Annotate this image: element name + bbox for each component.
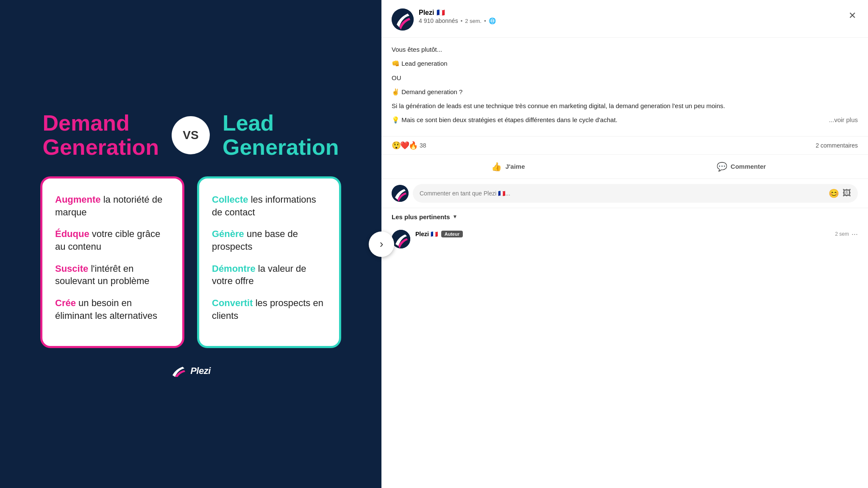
commenter-avatar-logo bbox=[392, 185, 409, 202]
comment-action-icon: 💬 bbox=[717, 162, 727, 172]
lead-generation-title: Lead Generation bbox=[223, 111, 339, 159]
author-badge: Auteur bbox=[441, 231, 463, 237]
plezi-logo-bottom: Plezi bbox=[171, 365, 211, 377]
reaction-emojis: 😲 ❤️ 🔥 bbox=[392, 141, 417, 150]
sort-label: Les plus pertinents bbox=[392, 213, 450, 220]
plezi-wing-icon bbox=[171, 365, 186, 377]
comment-options-button[interactable]: ··· bbox=[851, 230, 858, 239]
close-button[interactable]: ✕ bbox=[847, 8, 858, 23]
vs-badge: VS bbox=[172, 116, 210, 154]
demand-item-4: Crée un besoin en éliminant les alternat… bbox=[55, 297, 170, 322]
demand-card: Augmente la notoriété de marque Éduque v… bbox=[40, 176, 184, 349]
comparison-cards: Augmente la notoriété de marque Éduque v… bbox=[17, 176, 364, 349]
post-meta: 4 910 abonnés • 2 sem. • 🌐 bbox=[419, 17, 842, 24]
reaction-emoji-3: 🔥 bbox=[409, 141, 418, 150]
post-header-info: Plezi 🇫🇷 4 910 abonnés • 2 sem. • 🌐 bbox=[419, 8, 842, 24]
comment-button[interactable]: 💬 Commenter bbox=[625, 157, 858, 176]
image-upload-button[interactable]: 🖼 bbox=[843, 188, 851, 198]
commenter-avatar bbox=[392, 185, 409, 202]
post-content: Vous êtes plutôt... 👊 Lead generation OU… bbox=[381, 38, 868, 136]
sort-bar[interactable]: Les plus pertinents ▼ bbox=[381, 208, 868, 226]
emoji-button[interactable]: 😊 bbox=[829, 188, 839, 198]
post-detail-panel: Plezi 🇫🇷 4 910 abonnés • 2 sem. • 🌐 ✕ Vo… bbox=[381, 0, 868, 488]
reactions-bar: 😲 ❤️ 🔥 38 2 commentaires bbox=[381, 136, 868, 155]
globe-icon: 🌐 bbox=[489, 17, 496, 24]
comment-avatar-logo bbox=[392, 230, 410, 248]
demand-item-3: Suscite l'intérêt en soulevant un problè… bbox=[55, 262, 170, 287]
author-name: Plezi 🇫🇷 bbox=[419, 8, 842, 17]
avatar-plezi-logo bbox=[392, 8, 414, 31]
lead-item-3: Démontre la valeur de votre offre bbox=[212, 262, 326, 287]
action-buttons: 👍 J'aime 💬 Commenter bbox=[381, 155, 868, 179]
like-icon: 👍 bbox=[491, 162, 502, 172]
like-button[interactable]: 👍 J'aime bbox=[392, 157, 625, 176]
post-text: Vous êtes plutôt... 👊 Lead generation OU… bbox=[392, 45, 858, 125]
comment-input-wrapper: 😊 🖼 bbox=[413, 184, 858, 203]
lead-item-1: Collecte les informations de contact bbox=[212, 193, 326, 218]
titles-section: Demand Generation VS Lead Generation bbox=[17, 111, 364, 159]
comment-author-avatar bbox=[392, 230, 410, 248]
sort-arrow-icon: ▼ bbox=[453, 214, 458, 220]
comments-section: Plezi 🇫🇷 Auteur 2 sem ··· bbox=[381, 226, 868, 259]
comment-body: Plezi 🇫🇷 Auteur 2 sem ··· bbox=[415, 230, 858, 248]
plezi-text-logo: Plezi bbox=[190, 365, 211, 376]
demand-item-2: Éduque votre cible grâce au contenu bbox=[55, 228, 170, 253]
author-avatar bbox=[392, 8, 414, 31]
post-header: Plezi 🇫🇷 4 910 abonnés • 2 sem. • 🌐 ✕ bbox=[381, 0, 868, 38]
comments-count[interactable]: 2 commentaires bbox=[815, 142, 858, 149]
reactions-count: 38 bbox=[420, 142, 426, 149]
comment-time: 2 sem ··· bbox=[835, 230, 858, 239]
comment-author-name: Plezi 🇫🇷 bbox=[415, 231, 438, 237]
comment-input[interactable] bbox=[420, 190, 825, 197]
comment-item: Plezi 🇫🇷 Auteur 2 sem ··· bbox=[392, 230, 858, 248]
lead-item-4: Convertit les prospects en clients bbox=[212, 297, 326, 322]
comment-author-row: Plezi 🇫🇷 Auteur 2 sem ··· bbox=[415, 230, 858, 239]
reactions-left: 😲 ❤️ 🔥 38 bbox=[392, 141, 426, 150]
see-more-link[interactable]: ...voir plus bbox=[829, 115, 858, 125]
reaction-emoji-1: 😲 bbox=[392, 141, 401, 150]
demand-item-1: Augmente la notoriété de marque bbox=[55, 193, 170, 218]
next-slide-button[interactable]: › bbox=[369, 231, 394, 257]
social-image-panel: Demand Generation VS Lead Generation Aug… bbox=[0, 0, 381, 488]
reaction-emoji-2: ❤️ bbox=[400, 141, 409, 150]
comment-input-area: 😊 🖼 bbox=[381, 179, 868, 208]
lead-card: Collecte les informations de contact Gén… bbox=[197, 176, 341, 349]
demand-generation-title: Demand Generation bbox=[43, 111, 159, 159]
lead-item-2: Génère une base de prospects bbox=[212, 228, 326, 253]
